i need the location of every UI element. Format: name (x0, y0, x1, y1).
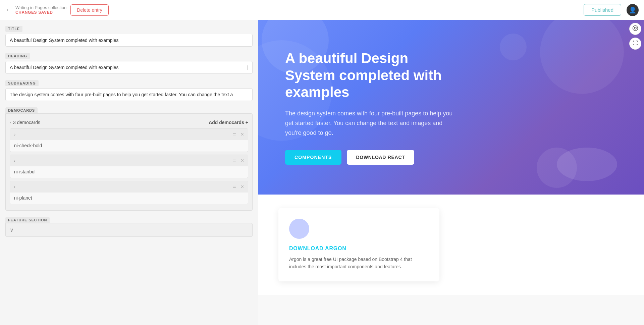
preview-container: A beautiful Design System completed with… (258, 20, 644, 295)
user-icon: 👤 (629, 6, 636, 14)
hero-circle-4 (557, 148, 617, 181)
feature-section-body: ∨ (5, 223, 253, 237)
hero-circle-3 (540, 20, 624, 94)
hero-circle-6 (500, 34, 527, 60)
subheading-label: SUBHEADING (5, 80, 39, 86)
democard-close-icon[interactable]: × (241, 158, 244, 164)
democard-item-header: › = × (10, 181, 248, 193)
breadcrumb: Writing in Pages collection CHANGES SAVE… (15, 5, 66, 15)
title-section: TITLE (5, 25, 253, 47)
changes-saved: CHANGES SAVED (15, 10, 66, 15)
feature-chevron-icon[interactable]: ∨ (10, 227, 14, 233)
democards-count[interactable]: › 3 democards (10, 120, 40, 125)
democard-chevron-icon[interactable]: › (14, 184, 15, 189)
resize-icon (632, 40, 638, 47)
hero-circle-5 (537, 148, 577, 188)
avatar[interactable]: 👤 (627, 4, 639, 16)
hero-buttons: COMPONENTS DOWNLOAD REACT (285, 150, 460, 165)
main-layout: TITLE HEADING | SUBHEADING DEMOCARDS (0, 20, 644, 325)
left-panel: TITLE HEADING | SUBHEADING DEMOCARDS (0, 20, 258, 325)
hero-subtitle: The design system comes with four pre-bu… (285, 109, 460, 138)
democard-controls: › (14, 158, 15, 163)
democard-close-icon[interactable]: × (241, 184, 244, 190)
hero-content: A beautiful Design System completed with… (285, 50, 460, 165)
right-panel: A beautiful Design System completed with… (258, 20, 644, 325)
svg-point-0 (633, 26, 638, 31)
democards-section: DEMOCARDS › 3 democards Add democards + (5, 107, 253, 211)
collection-name: Writing in Pages collection (15, 5, 66, 10)
democards-top: › 3 democards Add democards + (10, 117, 248, 128)
topbar-left: ← Writing in Pages collection CHANGES SA… (5, 4, 109, 16)
democard-item: › = × ni-istanbul (10, 155, 248, 178)
democard-item: › = × ni-planet (10, 181, 248, 204)
feature-section-label: FEATURE SECTION (5, 217, 50, 223)
card-item: DOWNLOAD ARGON Argon is a great free UI … (278, 208, 439, 281)
democard-name: ni-planet (10, 193, 248, 204)
heading-label: HEADING (5, 53, 30, 59)
democards-count-label: 3 democards (13, 120, 40, 125)
democard-name: ni-check-bold (10, 140, 248, 152)
democards-box: › 3 democards Add democards + › = (5, 113, 253, 211)
eye-icon (632, 25, 638, 33)
subheading-section: SUBHEADING (5, 80, 253, 101)
card-text: Argon is a great free UI package based o… (289, 256, 429, 271)
democard-drag-icon[interactable]: = (233, 184, 236, 190)
download-react-button[interactable]: DOWNLOAD REACT (347, 150, 415, 165)
card-icon (289, 219, 309, 239)
democard-name: ni-istanbul (10, 166, 248, 178)
democard-item-header: › = × (10, 155, 248, 166)
democards-label: DEMOCARDS (5, 107, 38, 113)
democard-item-header: › = × (10, 129, 248, 140)
title-input[interactable] (5, 34, 253, 47)
topbar-right: Published 👤 (584, 4, 639, 16)
democard-controls: › (14, 132, 15, 137)
democard-close-icon[interactable]: × (241, 131, 244, 138)
democard-controls: › (14, 184, 15, 189)
resize-button[interactable] (629, 38, 641, 50)
democard-drag-icon[interactable]: = (233, 158, 236, 164)
democard-right-controls: = × (233, 131, 244, 138)
delete-entry-button[interactable]: Delete entry (70, 4, 108, 16)
hero-title: A beautiful Design System completed with… (285, 50, 460, 101)
add-democards-button[interactable]: Add democards + (209, 120, 248, 125)
eye-button[interactable] (629, 23, 641, 35)
title-label: TITLE (5, 26, 22, 32)
subheading-input[interactable] (5, 88, 253, 101)
components-button[interactable]: COMPONENTS (285, 150, 341, 165)
feature-section: FEATURE SECTION ∨ (5, 217, 253, 237)
hero-section: A beautiful Design System completed with… (258, 20, 644, 195)
chevron-right-icon: › (10, 120, 11, 125)
democard-drag-icon[interactable]: = (233, 131, 236, 138)
democard-chevron-icon[interactable]: › (14, 158, 15, 163)
right-controls (629, 23, 641, 50)
democard-right-controls: = × (233, 158, 244, 164)
democard-right-controls: = × (233, 184, 244, 190)
published-button[interactable]: Published (584, 4, 621, 16)
democard-item: › = × ni-check-bold (10, 128, 248, 152)
svg-point-1 (634, 27, 636, 29)
heading-input[interactable] (5, 61, 253, 74)
democard-chevron-icon[interactable]: › (14, 132, 15, 137)
left-inner: TITLE HEADING | SUBHEADING DEMOCARDS (0, 20, 258, 237)
card-section: DOWNLOAD ARGON Argon is a great free UI … (258, 195, 644, 295)
card-title: DOWNLOAD ARGON (289, 246, 429, 252)
heading-section: HEADING | (5, 53, 253, 74)
topbar: ← Writing in Pages collection CHANGES SA… (0, 0, 644, 20)
back-button[interactable]: ← (5, 6, 11, 13)
